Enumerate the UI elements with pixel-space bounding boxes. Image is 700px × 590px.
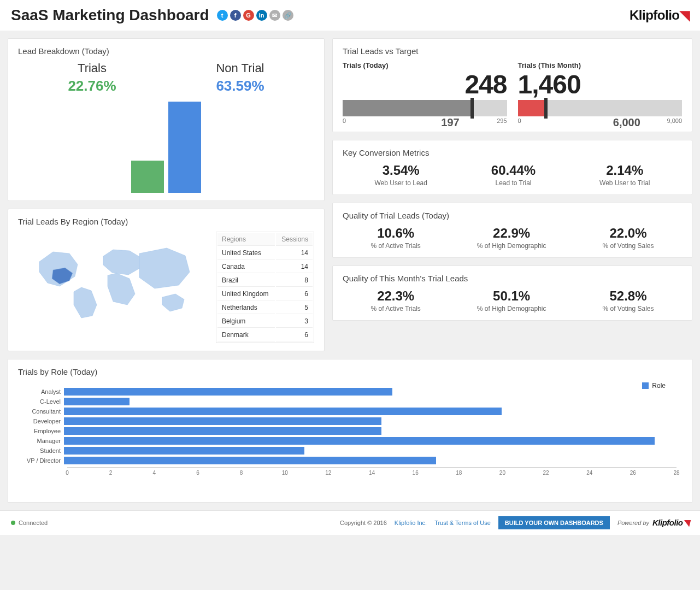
qm-m2-label: % of High Demographic (477, 305, 546, 312)
qt-m3-label: % of Voting Sales (602, 242, 654, 250)
region-title: Trial Leads By Region (Today) (18, 217, 314, 226)
month-bar (518, 100, 683, 116)
region-col-regions: Regions (217, 233, 275, 246)
footer-logo-mark: ◥ (683, 518, 690, 527)
month-mid: 6,000 (613, 116, 640, 129)
nontrial-label: Non Trial (216, 61, 264, 75)
axis-tick: 0 (66, 470, 69, 476)
trials-value: 22.76% (68, 78, 116, 95)
conv-m2-label: Lead to Trial (491, 179, 536, 187)
role-row: C-Level (67, 397, 677, 406)
table-row: Canada14 (217, 261, 313, 273)
region-table: Regions Sessions United States14Canada14… (216, 232, 314, 343)
role-bar (64, 388, 392, 396)
brand-logo-text: Klipfolio (630, 8, 679, 22)
quality-month-card: Quality of This Month's Trial Leads 22.3… (332, 266, 692, 321)
role-label: Manager (19, 438, 64, 444)
axis-tick: 8 (240, 470, 243, 476)
region-col-sessions: Sessions (276, 233, 313, 246)
axis-tick: 24 (586, 470, 592, 476)
qt-m2-label: % of High Demographic (477, 242, 546, 250)
role-label: Developer (19, 418, 64, 424)
region-name: Netherlands (217, 302, 275, 314)
today-max: 295 (497, 117, 507, 124)
region-name: Belgium (217, 315, 275, 328)
month-min: 0 (518, 117, 521, 124)
linkedin-icon[interactable]: in (256, 10, 267, 21)
qm-m1-label: % of Active Trials (370, 305, 420, 312)
status: Connected (11, 520, 48, 526)
region-name: United Kingdom (217, 288, 275, 300)
role-row: VP / Director (67, 456, 677, 465)
company-link[interactable]: Klipfolio Inc. (395, 520, 427, 526)
lead-breakdown-title: Lead Breakdown (Today) (18, 46, 314, 56)
qm-m3-value: 52.8% (602, 288, 654, 304)
mail-icon[interactable]: ✉ (269, 10, 280, 21)
today-bar-marker (470, 98, 474, 119)
region-name: United States (217, 247, 275, 259)
qm-m2-value: 50.1% (477, 288, 546, 304)
region-sessions: 3 (276, 315, 313, 328)
page-title-wrap: SaaS Marketing Dashboard t f G in ✉ 🔗 (11, 7, 293, 24)
role-bar (64, 398, 130, 405)
axis-tick: 28 (673, 470, 679, 476)
roles-card: Trials by Role (Today) Role AnalystC-Lev… (8, 359, 692, 503)
qt-m3-value: 22.0% (602, 226, 654, 241)
region-sessions: 8 (276, 274, 313, 287)
nontrial-bar (168, 102, 201, 193)
month-label: Trials (This Month) (518, 61, 683, 69)
brand-logo-mark: ◥ (680, 8, 690, 22)
link-icon[interactable]: 🔗 (283, 10, 293, 21)
role-label: Analyst (19, 388, 64, 395)
powered-by: Powered by Klipfolio◥ (617, 518, 689, 528)
twitter-icon[interactable]: t (217, 10, 228, 21)
right-column: Trial Leads vs Target Trials (Today) 248… (332, 38, 692, 351)
status-text: Connected (19, 520, 48, 526)
build-button[interactable]: BUILD YOUR OWN DASHBOARDS (498, 516, 610, 529)
qt-m2-value: 22.9% (477, 226, 546, 241)
conversion-title: Key Conversion Metrics (343, 148, 682, 157)
main-grid: Lead Breakdown (Today) Trials 22.76% Non… (0, 31, 700, 359)
today-bar-fill (343, 100, 470, 116)
facebook-icon[interactable]: f (230, 10, 241, 21)
role-label: Employee (19, 428, 64, 434)
powered-label: Powered by (617, 520, 649, 526)
qt-m1-value: 10.6% (370, 226, 420, 241)
conv-m3-value: 2.14% (599, 163, 650, 178)
today-min: 0 (343, 117, 346, 124)
roles-chart: Role AnalystC-LevelConsultantDeveloperEm… (18, 382, 682, 494)
conversion-card: Key Conversion Metrics 3.54%Web User to … (332, 140, 692, 195)
role-row: Manager (67, 436, 677, 445)
month-bar-fill (518, 100, 544, 116)
table-row: United States14 (217, 247, 313, 259)
world-map (18, 232, 208, 324)
lead-breakdown-chart (18, 100, 314, 193)
terms-link[interactable]: Trust & Terms of Use (434, 520, 491, 526)
googleplus-icon[interactable]: G (243, 10, 254, 21)
axis-tick: 22 (543, 470, 549, 476)
table-row: Denmark6 (217, 329, 313, 341)
trials-bar (131, 161, 164, 193)
region-name: Denmark (217, 329, 275, 341)
role-row: Student (67, 446, 677, 455)
today-bar (343, 100, 507, 116)
role-row: Developer (67, 417, 677, 426)
role-bar (64, 447, 304, 455)
conv-m3-label: Web User to Trial (599, 179, 650, 187)
footer-logo-text: Klipfolio (652, 518, 683, 527)
region-name: Brazil (217, 274, 275, 287)
status-dot-icon (11, 521, 15, 525)
brand-logo: Klipfolio◥ (630, 8, 689, 23)
conv-m1-value: 3.54% (374, 163, 427, 178)
role-bar (64, 417, 381, 425)
region-sessions: 14 (276, 261, 313, 273)
axis-tick: 14 (369, 470, 375, 476)
role-row: Analyst (67, 387, 677, 396)
axis-tick: 6 (196, 470, 199, 476)
target-title: Trial Leads vs Target (343, 46, 682, 56)
axis-tick: 4 (153, 470, 156, 476)
nontrial-value: 63.59% (216, 78, 264, 95)
axis-tick: 16 (413, 470, 419, 476)
region-sessions: 14 (276, 247, 313, 259)
today-value: 248 (343, 72, 507, 98)
